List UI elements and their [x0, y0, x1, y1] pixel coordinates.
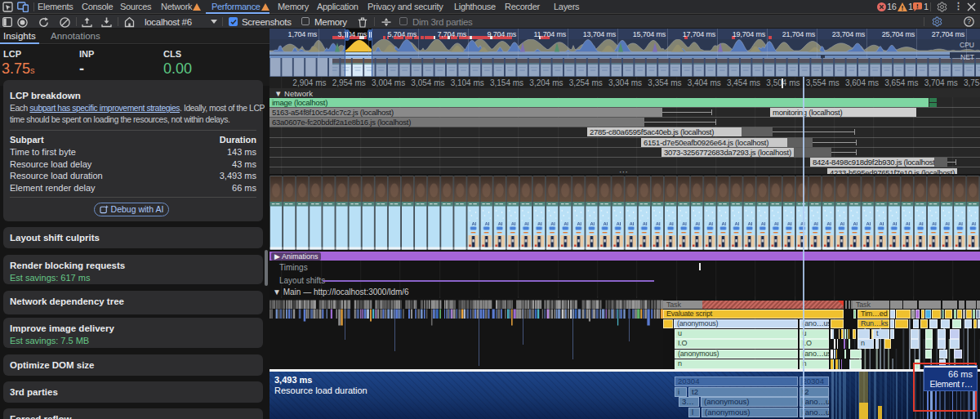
svg-text:?: ?	[967, 17, 971, 25]
